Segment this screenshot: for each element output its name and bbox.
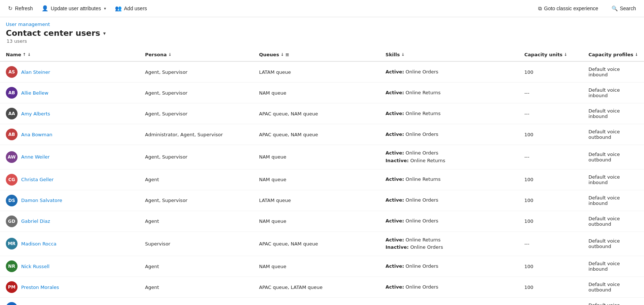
avatar: GD — [6, 216, 18, 227]
skill-status: Active: — [386, 263, 404, 269]
user-name-link[interactable]: Christa Geller — [21, 177, 54, 182]
cell-queues-5: NAM queue — [253, 169, 380, 190]
refresh-button[interactable]: ↻ Refresh — [4, 3, 36, 14]
capacity-units-sort-icon: ↓ — [564, 52, 567, 57]
cell-persona-8: Supervisor — [139, 232, 253, 256]
name-cell: PM Preston Morales — [6, 281, 133, 293]
breadcrumb[interactable]: User management — [6, 22, 638, 27]
cell-skills-1: Active: Online Returns — [380, 83, 518, 103]
skill-name: Online Orders — [406, 150, 439, 156]
skill-entry: Active: Online Orders — [386, 263, 513, 270]
skill-name: Online Orders — [406, 69, 439, 75]
col-header-persona: Persona ↓ — [139, 48, 253, 61]
col-header-queues-btn[interactable]: Queues ↓ ≡ — [259, 52, 374, 57]
col-header-capacity-profiles-btn[interactable]: Capacity profiles ↓ — [589, 52, 638, 57]
user-name-link[interactable]: Allie Bellew — [21, 90, 49, 96]
add-users-button[interactable]: 👥 Add users — [111, 3, 151, 14]
cell-queues-6: LATAM queue — [253, 190, 380, 211]
name-cell: MR Madison Rocca — [6, 238, 133, 249]
cell-capacity-units-10: 100 — [518, 277, 583, 298]
skill-entry: Active: Online Orders — [386, 283, 513, 291]
col-capacity-profiles-label: Capacity profiles — [589, 52, 633, 57]
avatar: AW — [6, 151, 18, 163]
cell-persona-9: Agent — [139, 256, 253, 277]
user-name-link[interactable]: Madison Rocca — [21, 241, 57, 247]
user-name-link[interactable]: Gabriel Diaz — [21, 218, 50, 224]
col-header-skills-btn[interactable]: Skills ↓ — [386, 52, 513, 57]
col-header-capacity-units-btn[interactable]: Capacity units ↓ — [524, 52, 577, 57]
cell-persona-0: Agent, Supervisor — [139, 61, 253, 83]
cell-capacity-profiles-0: Default voice inbound — [583, 61, 644, 83]
skill-name: Online Orders — [406, 284, 439, 290]
page-header: User management Contact center users ▾ 1… — [0, 17, 644, 45]
users-table: Name ↑ ↓ Persona ↓ Queues ↓ ≡ — [0, 48, 644, 305]
cell-queues-9: NAM queue — [253, 256, 380, 277]
user-name-link[interactable]: Nick Russell — [21, 264, 50, 269]
cell-persona-4: Agent, Supervisor — [139, 145, 253, 169]
avatar: CG — [6, 174, 18, 186]
user-name-link[interactable]: Preston Morales — [21, 285, 59, 290]
cell-name-7: GD Gabriel Diaz — [0, 211, 139, 232]
user-name-link[interactable]: Damon Salvatore — [21, 198, 62, 203]
search-label: Search — [620, 5, 636, 11]
skill-status: Active: — [386, 111, 404, 116]
cell-capacity-profiles-3: Default voice outbound — [583, 124, 644, 145]
search-button[interactable]: 🔍 Search — [608, 3, 640, 14]
cell-persona-7: Agent — [139, 211, 253, 232]
cell-name-3: AB Ana Bowman — [0, 124, 139, 145]
avatar: SS — [6, 302, 18, 305]
skill-name: Online Orders — [406, 218, 439, 224]
avatar: AS — [6, 66, 18, 78]
table-row: SS Stefan Salvatore Agent, SupervisorNAM… — [0, 298, 644, 305]
col-skills-label: Skills — [386, 52, 400, 57]
cell-queues-7: NAM queue — [253, 211, 380, 232]
user-name-link[interactable]: Anne Weiler — [21, 154, 50, 160]
col-header-queues: Queues ↓ ≡ — [253, 48, 380, 61]
table-row: AB Ana Bowman Administrator, Agent, Supe… — [0, 124, 644, 145]
user-name-link[interactable]: Alan Steiner — [21, 69, 50, 75]
name-cell: AB Ana Bowman — [6, 129, 133, 140]
cell-capacity-profiles-2: Default voice inbound — [583, 103, 644, 124]
cell-capacity-profiles-10: Default voice outbound — [583, 277, 644, 298]
search-icon: 🔍 — [612, 5, 618, 11]
cell-queues-10: APAC queue, LATAM queue — [253, 277, 380, 298]
skill-entry: Active: Online Returns — [386, 89, 513, 97]
user-name-link[interactable]: Ana Bowman — [21, 132, 53, 137]
skill-status: Active: — [386, 237, 404, 243]
cell-skills-9: Active: Online Orders — [380, 256, 518, 277]
cell-name-2: AA Amy Alberts — [0, 103, 139, 124]
update-user-attributes-button[interactable]: 👤 Update user attributes ▾ — [38, 3, 110, 14]
skill-status: Active: — [386, 150, 404, 156]
cell-capacity-units-5: 100 — [518, 169, 583, 190]
col-queues-label: Queues — [259, 52, 279, 57]
skills-sort-icon: ↓ — [401, 52, 405, 57]
table-row: DS Damon Salvatore Agent, SupervisorLATA… — [0, 190, 644, 211]
col-header-name-btn[interactable]: Name ↑ ↓ — [6, 52, 133, 57]
col-header-persona-btn[interactable]: Persona ↓ — [145, 52, 247, 57]
page-title-row: Contact center users ▾ — [6, 28, 638, 38]
title-chevron-icon[interactable]: ▾ — [103, 30, 106, 36]
queues-filter-icon[interactable]: ≡ — [285, 52, 289, 57]
skill-name: Online Orders — [410, 244, 443, 250]
skill-status: Active: — [386, 69, 404, 75]
avatar: DS — [6, 195, 18, 206]
skill-status: Active: — [386, 218, 404, 224]
skill-name: Online Orders — [406, 131, 439, 137]
skill-entry: Inactive: Online Orders — [386, 244, 513, 251]
cell-persona-5: Agent — [139, 169, 253, 190]
name-sort-asc-icon: ↑ — [23, 52, 26, 57]
cell-capacity-units-11: --- — [518, 298, 583, 305]
cell-capacity-units-1: --- — [518, 83, 583, 103]
skill-status: Active: — [386, 197, 404, 203]
cell-capacity-profiles-4: Default voice outbound — [583, 145, 644, 169]
avatar: AB — [6, 129, 18, 140]
cell-name-5: CG Christa Geller — [0, 169, 139, 190]
skill-name: Online Orders — [406, 263, 439, 269]
cell-capacity-units-2: --- — [518, 103, 583, 124]
table-row: CG Christa Geller AgentNAM queueActive: … — [0, 169, 644, 190]
goto-classic-button[interactable]: ⧉ Goto classic experience — [535, 3, 602, 14]
add-user-icon: 👥 — [115, 5, 122, 12]
name-cell: NR Nick Russell — [6, 260, 133, 272]
user-name-link[interactable]: Amy Alberts — [21, 111, 50, 117]
skill-status: Active: — [386, 131, 404, 137]
